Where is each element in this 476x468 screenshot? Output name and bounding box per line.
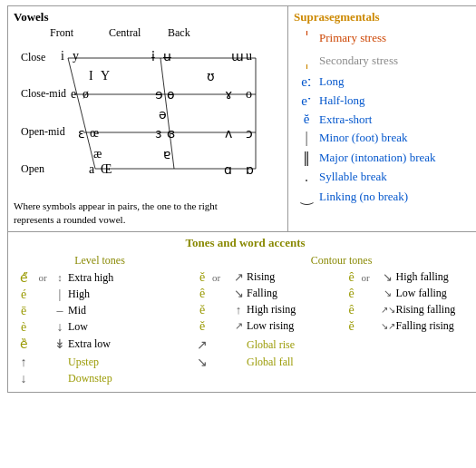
vowel-o: o <box>246 87 252 102</box>
tones-section: Tones and word accents Level tones é̋ or… <box>7 232 476 393</box>
primary-stress-label: Primary stress <box>319 31 386 45</box>
linking-label: Linking (no break) <box>319 190 408 204</box>
high-falling-label: High falling <box>396 270 477 284</box>
vowel-closed-3: ɞ <box>167 126 175 141</box>
vowel-e-central: ɘ <box>155 87 163 102</box>
downstep-label: Downstep <box>68 372 186 385</box>
tones-title: Tones and word accents <box>14 236 476 250</box>
secondary-stress-label: Secondary stress <box>319 54 398 68</box>
linking-symbol: ‿ <box>294 188 319 205</box>
high-falling-arrow: ↘ <box>380 270 396 285</box>
high-arrow: | <box>52 288 68 302</box>
vowel-o-central: ɵ <box>167 87 175 102</box>
main-layout: Vowels Front Central Back Close <box>7 5 469 393</box>
extra-high-sym: é̋ <box>14 270 34 286</box>
extra-low-sym: ȅ <box>14 336 34 352</box>
falling-rising-sym: ě <box>342 319 362 334</box>
col-front: Front <box>50 26 109 40</box>
upstep-label: Upstep <box>68 356 186 369</box>
vowel-i: i <box>61 49 64 63</box>
vowel-a: a <box>89 162 94 177</box>
supra-half-long: eˑ Half-long <box>294 93 476 109</box>
vowel-c: ɔ <box>246 126 253 141</box>
vowel-Y: Y <box>101 69 110 83</box>
falling-arrow: ↘ <box>230 287 247 301</box>
vowel-a-raised: ɐ <box>163 147 170 162</box>
rising-falling-sym: ê <box>342 303 362 317</box>
vowel-I: I <box>89 69 93 83</box>
contour-grid: ě or ↗ Rising ê ↘ Falling ě <box>192 270 476 372</box>
high-rising-label: High rising <box>247 303 342 317</box>
falling-label: Falling <box>247 287 342 300</box>
supra-extra-short: ĕ Extra-short <box>294 112 476 127</box>
tone-high: é | High <box>14 288 186 302</box>
long-symbol: eː <box>294 73 319 90</box>
low-label: Low <box>68 320 186 334</box>
high-falling-sym: ê <box>342 270 362 285</box>
vowel-oe-open: œ <box>90 126 99 141</box>
c-or1: or <box>212 272 230 283</box>
tones-columns: Level tones é̋ or ↕ Extra high é | High … <box>14 254 476 388</box>
high-label: High <box>68 288 186 301</box>
vowels-title: Vowels <box>14 10 282 24</box>
primary-stress-symbol: ˈ <box>294 28 319 48</box>
vowel-y: y <box>73 49 79 63</box>
rising-falling-arrow: ↗↘ <box>380 305 396 315</box>
vowels-section: Vowels Front Central Back Close <box>7 5 288 232</box>
vowel-chart: Close Close-mid Open-mid Open i y ɨ ʉ ɯ … <box>21 42 282 196</box>
long-label: Long <box>319 74 344 89</box>
supra-long: eː Long <box>294 73 476 90</box>
rising-sym: ě <box>192 270 212 285</box>
vowel-schwa: ə <box>159 107 167 122</box>
contour-rising-falling: ê ↗↘ Rising falling <box>342 303 477 317</box>
downstep-sym: ↓ <box>14 372 34 386</box>
supra-title: Suprasegmentals <box>294 10 476 24</box>
supra-minor-break: | Minor (foot) break <box>294 130 476 146</box>
high-rising-sym: ě <box>192 303 212 317</box>
low-falling-label: Low falling <box>396 287 477 300</box>
contour-high-rising: ě ↑ High rising <box>192 303 342 317</box>
vowel-u-central: ʉ <box>163 49 171 64</box>
tone-extra-high: é̋ or ↕ Extra high <box>14 270 186 286</box>
contour-low-rising: ě ↗ Low rising <box>192 319 342 334</box>
global-rise-label: Global rise <box>247 338 342 352</box>
vowel-upsilon: ʊ <box>207 69 215 84</box>
global-rise-sym: ↗ <box>192 337 212 353</box>
falling-rising-label: Falling rising <box>396 319 477 333</box>
rising-falling-label: Rising falling <box>396 303 477 317</box>
global-fall-label: Global fall <box>247 356 342 369</box>
supra-major-break: ‖ Major (intonation) break <box>294 149 476 166</box>
tone-downstep: ↓ Downstep <box>14 372 186 386</box>
extra-low-arrow: ↡ <box>52 336 68 352</box>
supra-linking: ‿ Linking (no break) <box>294 188 476 205</box>
falling-sym: ê <box>192 287 212 301</box>
vowel-oe: ø <box>83 87 89 102</box>
row-open: Open <box>21 162 44 176</box>
tone-upstep: ↑ Upstep <box>14 356 186 370</box>
vowel-turned-a: ɒ <box>246 162 254 178</box>
vowel-a-back: ɑ <box>224 162 232 178</box>
contour-rising: ě or ↗ Rising <box>192 270 342 285</box>
vowel-rams: ɤ <box>225 87 232 102</box>
tone-low: è ↓ Low <box>14 320 186 335</box>
vowel-trapezoid <box>21 42 282 196</box>
low-falling-sym: ê <box>342 287 362 301</box>
upstep-sym: ↑ <box>14 356 34 370</box>
col-back: Back <box>168 26 218 40</box>
vowel-e: e <box>71 87 76 102</box>
extra-high-arrow: ↕ <box>52 272 68 283</box>
extra-short-symbol: ĕ <box>294 112 319 127</box>
contour-high-falling: ê or ↘ High falling <box>342 270 477 285</box>
half-long-symbol: eˑ <box>294 93 319 109</box>
low-rising-label: Low rising <box>247 319 342 333</box>
low-rising-sym: ě <box>192 319 212 334</box>
extra-high-label: Extra high <box>68 271 186 285</box>
contour-falling-rising: ě ↘↗ Falling rising <box>342 319 477 334</box>
level-tones-col: Level tones é̋ or ↕ Extra high é | High … <box>14 254 186 388</box>
contour-tones-title: Contour tones <box>192 254 476 268</box>
mid-arrow: – <box>52 304 68 318</box>
major-break-label: Major (intonation) break <box>319 151 436 165</box>
mid-sym: ē <box>14 304 34 318</box>
row-open-mid: Open-mid <box>21 125 65 139</box>
vowels-header: Front Central Back <box>50 26 282 40</box>
